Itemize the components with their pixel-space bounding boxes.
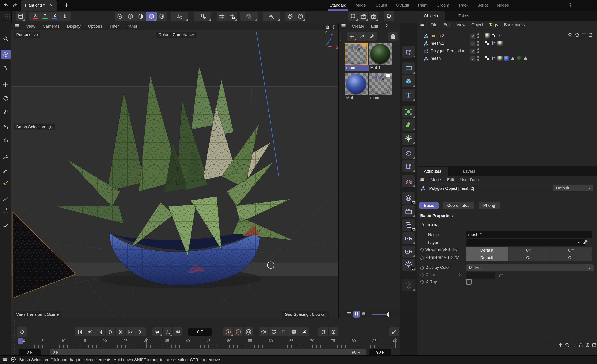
tab-objects[interactable]: Objects bbox=[417, 11, 445, 21]
camera-label[interactable]: Default Camera bbox=[156, 32, 197, 38]
object-name[interactable]: Polygon Reduction bbox=[431, 48, 465, 53]
palette-deformer-button[interactable] bbox=[402, 46, 415, 58]
layer-input[interactable] bbox=[466, 239, 585, 246]
objects-menu-view[interactable]: View bbox=[453, 22, 468, 27]
material-list-view-icon[interactable] bbox=[347, 311, 352, 317]
key-scale-toggle[interactable] bbox=[279, 327, 289, 336]
axis-lock-x-button[interactable]: X bbox=[31, 12, 40, 21]
tab-takes[interactable]: Takes bbox=[452, 11, 476, 21]
attributes-menu-user-data[interactable]: User Data bbox=[457, 177, 482, 182]
autokeying-button[interactable]: A bbox=[234, 327, 243, 336]
material-grid-view-icon[interactable] bbox=[353, 311, 360, 318]
object-enable-toggle[interactable] bbox=[471, 49, 475, 54]
color-swatch[interactable] bbox=[466, 272, 495, 279]
material-menu-overflow[interactable] bbox=[385, 24, 389, 29]
renderer-visibility-dot[interactable] bbox=[477, 59, 479, 61]
viewport-menu-display[interactable]: Display bbox=[63, 24, 84, 29]
transport-next-frame-button[interactable] bbox=[116, 327, 126, 336]
tab-layers[interactable]: Layers bbox=[456, 167, 482, 176]
objects-menu-tags[interactable]: Tags bbox=[486, 22, 501, 27]
new-document-button[interactable] bbox=[64, 3, 69, 9]
attr-forward-icon[interactable] bbox=[551, 342, 557, 349]
viewport-menu-cameras[interactable]: Cameras bbox=[39, 24, 63, 29]
layout-menu-button[interactable] bbox=[568, 3, 573, 9]
axis-tool-button[interactable] bbox=[60, 12, 70, 21]
section-tab-coordinates[interactable]: Coordinates bbox=[443, 202, 474, 209]
range-start-field[interactable]: 0 F bbox=[19, 349, 40, 356]
display-color-dropdown[interactable]: Material bbox=[466, 264, 594, 271]
object-enable-toggle[interactable] bbox=[471, 56, 475, 61]
palette-instance-button[interactable] bbox=[402, 160, 415, 172]
points-mode-button[interactable] bbox=[115, 12, 125, 21]
material-name[interactable]: main bbox=[345, 64, 369, 71]
delete-material-button[interactable] bbox=[388, 32, 398, 40]
attr-track-icon[interactable] bbox=[585, 342, 590, 349]
attr-filter-icon[interactable] bbox=[572, 342, 577, 349]
palette-symmetry-button[interactable] bbox=[402, 175, 415, 187]
palette-light-button[interactable]: ST bbox=[402, 259, 415, 271]
palette-text-button[interactable] bbox=[402, 89, 415, 101]
motion-record-button[interactable] bbox=[329, 327, 338, 336]
material-size-slider[interactable] bbox=[372, 314, 391, 315]
visibility-option-on[interactable]: On bbox=[508, 247, 550, 254]
project-settings-button[interactable] bbox=[16, 12, 25, 21]
pan-icon[interactable] bbox=[324, 24, 330, 31]
renderer-visibility-dot[interactable] bbox=[477, 51, 479, 53]
document-tab[interactable]: Plant.c4d * bbox=[21, 0, 57, 10]
object-name[interactable]: mesh.1 bbox=[431, 41, 444, 46]
sound-toggle[interactable] bbox=[173, 327, 182, 336]
renderer-visibility-dot[interactable] bbox=[477, 36, 479, 38]
layout-tab-groom[interactable]: Groom bbox=[432, 0, 454, 10]
palette-subdivision-button[interactable] bbox=[402, 147, 415, 159]
preset-dropdown[interactable]: Default bbox=[553, 185, 593, 191]
view-label[interactable]: Perspective bbox=[14, 32, 40, 38]
layout-tab-uvedit[interactable]: UVEdit bbox=[392, 0, 413, 10]
palette-camera-b-button[interactable] bbox=[402, 245, 415, 258]
loop-toggle[interactable] bbox=[152, 327, 162, 336]
visibility-option-on[interactable]: On bbox=[508, 254, 550, 261]
tool-zoom[interactable] bbox=[1, 34, 10, 44]
attr-up-icon[interactable] bbox=[558, 342, 563, 349]
material-name[interactable]: main bbox=[369, 95, 393, 101]
material-layer-view-icon[interactable] bbox=[361, 311, 366, 317]
keyframe-settings-button[interactable] bbox=[244, 327, 253, 336]
render-settings-button[interactable] bbox=[369, 12, 378, 21]
material-thumbnail[interactable] bbox=[345, 73, 368, 95]
palette-disabled-edit-button[interactable] bbox=[402, 279, 415, 291]
visibility-option-default[interactable]: Default bbox=[466, 254, 508, 261]
fit-timeline-button[interactable] bbox=[389, 327, 399, 336]
palette-field-button[interactable] bbox=[402, 106, 415, 118]
transport-go-end-button[interactable] bbox=[136, 327, 146, 336]
tool-spline-smooth[interactable] bbox=[1, 220, 10, 230]
render-region-button[interactable] bbox=[348, 12, 358, 21]
snap-settings-button[interactable] bbox=[194, 12, 211, 21]
material-thumbnail[interactable] bbox=[369, 73, 392, 95]
visibility-option-default[interactable]: Default bbox=[466, 247, 508, 254]
key-rotation-toggle[interactable] bbox=[269, 327, 279, 336]
layer-picker-icon[interactable] bbox=[583, 239, 588, 246]
range-end-field[interactable]: 90 F bbox=[369, 349, 391, 356]
assign-material-button[interactable] bbox=[357, 32, 367, 40]
layout-tab-nodes[interactable]: Nodes bbox=[492, 0, 513, 10]
axis-lock-z-button[interactable]: Z bbox=[50, 12, 60, 21]
viewport-visibility-dot[interactable] bbox=[477, 33, 479, 35]
mouse-record-button[interactable] bbox=[318, 327, 328, 336]
attributes-menu-edit[interactable]: Edit bbox=[444, 177, 457, 182]
material-thumbnail[interactable] bbox=[345, 43, 368, 64]
selection-tag-icon[interactable] bbox=[510, 57, 515, 61]
model-mode-button[interactable] bbox=[146, 12, 157, 21]
tool-line-cut[interactable] bbox=[1, 194, 10, 204]
texture-tag-icon[interactable] bbox=[497, 41, 503, 46]
attr-back-icon[interactable] bbox=[544, 342, 550, 349]
edges-mode-button[interactable] bbox=[125, 12, 135, 21]
record-keyframe-button[interactable] bbox=[223, 327, 233, 336]
objects-menu-edit[interactable]: Edit bbox=[440, 22, 453, 27]
material-menu-edit[interactable]: Edit bbox=[368, 24, 381, 29]
tool-live-selection[interactable] bbox=[1, 50, 10, 59]
layout-tab-sculpt[interactable]: Sculpt bbox=[371, 0, 392, 10]
palette-volume-button[interactable] bbox=[402, 119, 415, 131]
texture-mode-button[interactable] bbox=[157, 12, 167, 21]
current-frame-field[interactable]: 0 F bbox=[189, 328, 212, 336]
viewport-menu-filter[interactable]: Filter bbox=[106, 24, 123, 29]
status-menu-button[interactable] bbox=[2, 357, 8, 363]
